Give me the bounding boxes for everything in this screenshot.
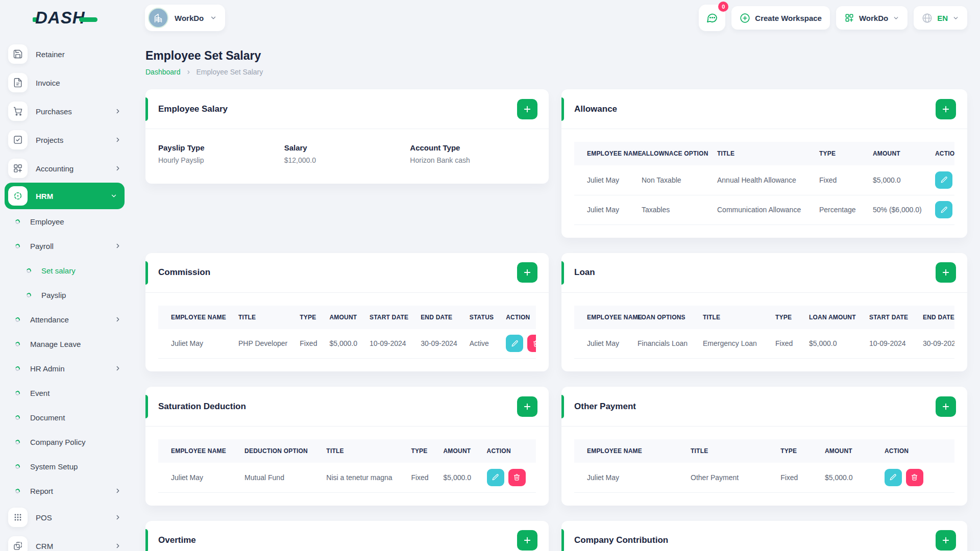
sidebar-item-accounting[interactable]: Accounting	[8, 154, 121, 183]
table-cell-actions	[878, 463, 954, 492]
building-icon	[153, 12, 164, 23]
chevron-right-icon	[114, 365, 121, 372]
column-header-amount: AMOUNT	[437, 439, 481, 463]
data-table: EMPLOYEE NAMEDEDUCTION OPTIONTITLETYPEAM…	[158, 439, 536, 493]
messages-button[interactable]: 0	[699, 5, 725, 31]
workspace-switcher[interactable]: WorkDo	[145, 5, 225, 31]
sidebar-item-label: Payroll	[30, 242, 54, 251]
sidebar-item-hr-admin[interactable]: HR Admin	[8, 356, 121, 381]
sidebar-item-retainer[interactable]: Retainer	[8, 40, 121, 68]
table-cell: Juliet May	[158, 463, 238, 492]
delete-button[interactable]	[508, 469, 526, 486]
bullet-icon	[15, 439, 21, 445]
sidebar-item-crm[interactable]: CRM	[8, 532, 121, 551]
add-allowance-button[interactable]	[936, 99, 956, 119]
column-header-allownace-option: ALLOWNACE OPTION	[635, 142, 711, 165]
sidebar-item-label: Report	[30, 487, 53, 495]
column-header-deduction-option: DEDUCTION OPTION	[238, 439, 320, 463]
grid-plus-icon	[844, 13, 854, 23]
breadcrumb-dashboard-link[interactable]: Dashboard	[145, 68, 181, 76]
add-employee-salary-button[interactable]	[517, 99, 537, 119]
table-cell: 30-09-2024	[917, 329, 954, 359]
table-cell: Financials Loan	[631, 329, 697, 359]
workspace-name: WorkDo	[175, 14, 204, 22]
chevron-right-icon	[114, 542, 121, 549]
app-logo: DASH	[33, 8, 145, 28]
chevron-right-icon	[186, 69, 191, 75]
column-header-title: TITLE	[697, 306, 769, 329]
card-title: Loan	[574, 267, 595, 278]
table-cell: $5,000.0	[867, 165, 929, 195]
overtime-card: Overtime	[145, 521, 549, 551]
sidebar-item-set-salary[interactable]: Set salary	[8, 258, 121, 283]
sidebar-item-employee[interactable]: Employee	[8, 209, 121, 234]
plus-icon	[523, 105, 532, 114]
sidebar-item-system-setup[interactable]: System Setup	[8, 454, 121, 479]
table-cell: Fixed	[813, 165, 867, 195]
create-workspace-button[interactable]: Create Workspace	[731, 6, 830, 30]
sidebar-item-payslip[interactable]: Payslip	[8, 283, 121, 307]
card-title: Employee Salary	[158, 104, 228, 114]
logo-text: DASH	[35, 8, 85, 28]
bullet-icon	[15, 488, 21, 494]
sidebar-item-document[interactable]: Document	[8, 405, 121, 430]
table-cell: Fixed	[774, 463, 819, 492]
table-cell-actions	[929, 165, 954, 195]
chat-icon	[706, 12, 718, 24]
sidebar-item-label: Company Policy	[30, 438, 85, 446]
chevron-down-icon	[110, 192, 117, 199]
messages-badge: 0	[718, 2, 728, 12]
edit-button[interactable]	[935, 171, 952, 189]
plus-icon	[941, 536, 950, 545]
employee-salary-card: Employee Salary Payslip Type Hourly Pays…	[145, 89, 549, 184]
delete-button[interactable]	[527, 335, 536, 352]
add-loan-button[interactable]	[936, 262, 956, 283]
add-overtime-button[interactable]	[517, 530, 537, 550]
edit-button[interactable]	[885, 469, 902, 486]
app-menu-button[interactable]: WorkDo	[836, 6, 908, 30]
page-title: Employee Set Salary	[145, 49, 967, 63]
add-saturation-deduction-button[interactable]	[517, 396, 537, 417]
chevron-right-icon	[114, 165, 121, 172]
edit-button[interactable]	[506, 335, 523, 352]
company-contribution-card: Company Contribution	[561, 521, 967, 551]
sidebar-item-event[interactable]: Event	[8, 381, 121, 405]
sidebar-item-label: HR Admin	[30, 364, 65, 373]
sidebar-item-label: Invoice	[36, 79, 60, 87]
salary-fields: Payslip Type Hourly Payslip Salary $12,0…	[145, 129, 549, 184]
add-commission-button[interactable]	[517, 262, 537, 283]
chevron-right-icon	[114, 136, 121, 143]
sidebar-item-pos[interactable]: POS	[8, 503, 121, 532]
edit-button[interactable]	[935, 201, 952, 218]
sidebar-item-manage-leave[interactable]: Manage Leave	[8, 332, 121, 356]
plus-icon	[523, 268, 532, 277]
edit-button[interactable]	[487, 469, 504, 486]
language-selector[interactable]: EN	[914, 6, 967, 30]
delete-button[interactable]	[906, 469, 923, 486]
sidebar-item-attendance[interactable]: Attendance	[8, 307, 121, 332]
table-cell: PHP Developer	[232, 329, 293, 359]
column-header-action: ACTION	[481, 439, 536, 463]
sidebar-item-purchases[interactable]: Purchases	[8, 97, 121, 126]
sidebar-item-invoice[interactable]: Invoice	[8, 68, 121, 97]
column-header-end-date: END DATE	[917, 306, 954, 329]
column-header-type: TYPE	[774, 439, 819, 463]
breadcrumb: Dashboard Employee Set Salary	[145, 68, 967, 76]
sidebar-item-label: Employee	[30, 217, 64, 226]
table-cell: Juliet May	[158, 329, 232, 359]
add-other-payment-button[interactable]	[936, 396, 956, 417]
field-salary: Salary $12,000.0	[284, 143, 410, 164]
plus-icon	[941, 402, 950, 411]
column-header-type: TYPE	[293, 306, 323, 329]
sidebar-item-hrm[interactable]: HRM	[5, 183, 125, 209]
sidebar-item-payroll[interactable]: Payroll	[8, 234, 121, 258]
sidebar-item-report[interactable]: Report	[8, 479, 121, 503]
dots-grid-icon	[8, 508, 28, 527]
sidebar-item-company-policy[interactable]: Company Policy	[8, 430, 121, 454]
chevron-right-icon	[114, 316, 121, 323]
sidebar-item-projects[interactable]: Projects	[8, 126, 121, 154]
saturation-deduction-table: EMPLOYEE NAMEDEDUCTION OPTIONTITLETYPEAM…	[158, 439, 536, 493]
grid-plus-icon	[8, 159, 28, 178]
add-company-contribution-button[interactable]	[936, 530, 956, 550]
main-content: Employee Set Salary Dashboard Employee S…	[145, 36, 980, 551]
